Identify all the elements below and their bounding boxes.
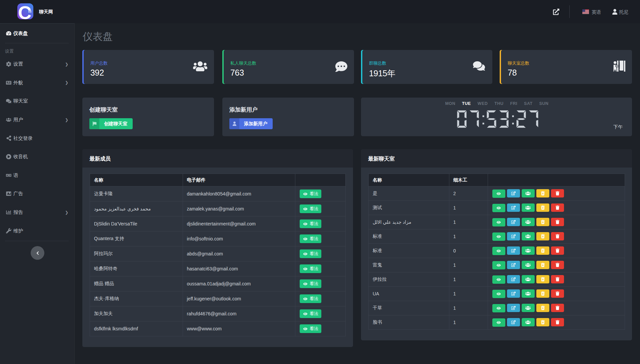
svg-text:n: n — [28, 8, 31, 14]
